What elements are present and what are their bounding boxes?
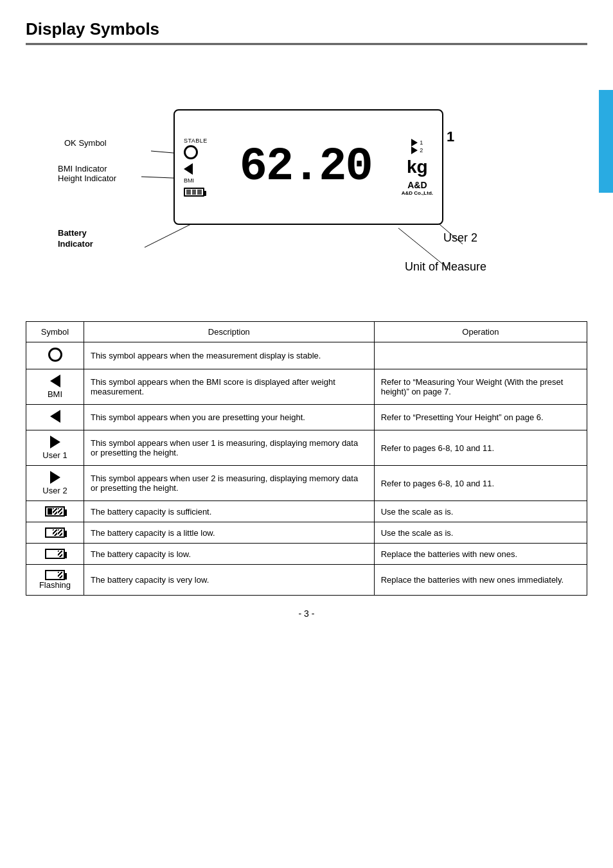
description-cell: The battery capacity is very low.: [84, 565, 375, 596]
user1-indicator: 1: [411, 139, 423, 146]
symbol-cell: [26, 522, 84, 544]
table-row: BMI This symbol appears when the BMI sco…: [26, 369, 587, 405]
user1-symbol-label: User 1: [42, 450, 67, 460]
tri-right-symbol: [50, 436, 60, 448]
table-row: User 1 This symbol appears when user 1 i…: [26, 430, 587, 466]
battery-indicator-label: BatteryIndicator: [58, 228, 93, 250]
bmi-symbol-label: BMI: [48, 389, 62, 399]
symbol-cell: [26, 342, 84, 369]
table-row: The battery capacity is low. Replace the…: [26, 544, 587, 565]
operation-cell: Replace the batteries with new ones.: [374, 544, 587, 565]
symbol-cell: Flashing: [26, 565, 84, 596]
description-cell: This symbol appears when you are presett…: [84, 405, 375, 430]
operation-cell: Refer to “Measuring Your Weight (With th…: [374, 369, 587, 405]
operation-cell: [374, 342, 587, 369]
operation-cell: Replace the batteries with new ones imme…: [374, 565, 587, 596]
symbol-cell: [26, 544, 84, 565]
diagram-area: OK Symbol BMI Indicator Height Indicator…: [26, 58, 587, 302]
col-description: Description: [84, 322, 375, 342]
ok-symbol-label: OK Symbol: [64, 138, 107, 148]
col-symbol: Symbol: [26, 322, 84, 342]
operation-cell: Use the scale as is.: [374, 501, 587, 522]
sidebar-tab: [599, 90, 613, 193]
table-row: The battery capacity is sufficient. Use …: [26, 501, 587, 522]
description-cell: This symbol appears when the BMI score i…: [84, 369, 375, 405]
col-operation: Operation: [374, 322, 587, 342]
tri-right-symbol: [50, 471, 60, 484]
unit-of-measure-label: Unit of Measure: [405, 260, 486, 274]
tri-left-symbol: [50, 375, 60, 387]
battery-verylow-symbol: [45, 570, 65, 580]
description-cell: The battery capacity is a little low.: [84, 522, 375, 544]
flashing-label: Flashing: [39, 580, 71, 590]
bmi-text: BMI: [184, 177, 194, 184]
table-row: User 2 This symbol appears when user 2 i…: [26, 466, 587, 501]
symbol-cell: User 1: [26, 430, 84, 466]
stable-label: STABLE: [184, 137, 208, 144]
operation-cell: Refer to pages 6-8, 10 and 11.: [374, 466, 587, 501]
description-cell: The battery capacity is sufficient.: [84, 501, 375, 522]
tri-left-symbol: [50, 410, 60, 423]
scale-left-symbols: STABLE BMI: [184, 137, 208, 197]
battery-full-symbol: [45, 506, 65, 517]
symbol-cell: [26, 501, 84, 522]
operation-cell: Use the scale as is.: [374, 522, 587, 544]
scale-digits: 62.20: [213, 144, 399, 190]
table-row: The battery capacity is a little low. Us…: [26, 522, 587, 544]
page-title: Display Symbols: [26, 19, 587, 45]
triangle-left-symbol: [184, 163, 193, 175]
ok-circle-symbol: [184, 145, 198, 159]
operation-cell: Refer to pages 6-8, 10 and 11.: [374, 430, 587, 466]
symbol-cell: [26, 405, 84, 430]
description-cell: This symbol appears when user 1 is measu…: [84, 430, 375, 466]
table-row: Flashing The battery capacity is very lo…: [26, 565, 587, 596]
description-cell: This symbol appears when user 2 is measu…: [84, 466, 375, 501]
circle-symbol: [48, 348, 62, 362]
user2-symbol-label: User 2: [42, 486, 67, 495]
description-cell: This symbol appears when the measurement…: [84, 342, 375, 369]
user2-label: User 2: [443, 231, 477, 245]
table-row: This symbol appears when the measurement…: [26, 342, 587, 369]
table-row: This symbol appears when you are presett…: [26, 405, 587, 430]
page-footer: - 3 -: [26, 608, 587, 619]
symbols-table: Symbol Description Operation This symbol…: [26, 321, 587, 596]
scale-display: STABLE BMI 62.20: [173, 109, 443, 225]
battery-low-symbol: [45, 549, 65, 559]
operation-cell: Refer to “Presetting Your Height” on pag…: [374, 405, 587, 430]
battery-medium-symbol: [45, 527, 65, 538]
symbol-cell: BMI: [26, 369, 84, 405]
battery-icon: [184, 188, 204, 197]
bmi-indicator-label: BMI Indicator Height Indicator: [58, 164, 116, 183]
and-logo: A&D A&D Co.,Ltd.: [402, 180, 433, 196]
scale-right: 1 2 kg A&D A&D Co.,Ltd.: [402, 139, 433, 196]
kg-unit: kg: [407, 157, 428, 177]
description-cell: The battery capacity is low.: [84, 544, 375, 565]
user2-indicator: 2: [411, 146, 423, 154]
symbol-cell: User 2: [26, 466, 84, 501]
